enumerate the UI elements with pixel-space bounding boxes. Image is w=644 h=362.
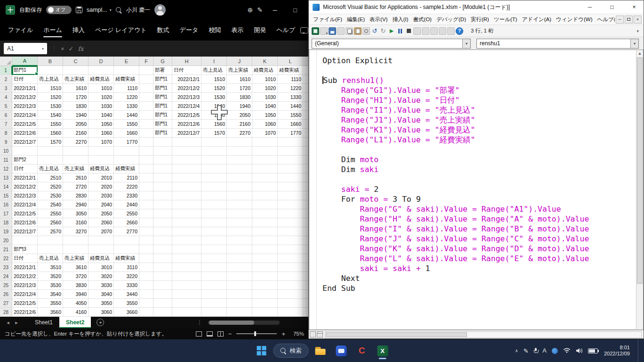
excel-app-icon[interactable]	[6, 5, 15, 15]
cell-L27[interactable]	[278, 299, 303, 308]
cell-F3[interactable]	[139, 84, 153, 93]
cell-J10[interactable]	[227, 147, 252, 156]
row-header-21[interactable]: 21	[0, 245, 12, 254]
scrollbar-thumb[interactable]	[326, 332, 467, 337]
cell-F23[interactable]	[139, 263, 153, 272]
cell-A18[interactable]: 2022/12/6	[12, 218, 38, 227]
cell-K28[interactable]	[252, 308, 278, 317]
save-icon[interactable]	[329, 27, 336, 35]
cell-B4[interactable]: 1520	[38, 93, 63, 102]
cell-F5[interactable]	[139, 102, 153, 111]
cell-G14[interactable]	[153, 182, 172, 191]
cell-K7[interactable]: 1060	[252, 120, 278, 129]
cell-K23[interactable]	[252, 263, 278, 272]
cell-I26[interactable]	[201, 290, 227, 299]
column-header-F[interactable]: F	[139, 57, 153, 66]
cell-L25[interactable]	[278, 281, 303, 290]
cell-D9[interactable]: 1070	[89, 138, 114, 147]
normal-view-icon[interactable]	[196, 331, 202, 337]
cell-B27[interactable]: 3550	[38, 299, 63, 308]
insert-function-icon[interactable]: fx	[78, 45, 84, 52]
cell-A2[interactable]: 日付	[12, 75, 38, 84]
cell-C6[interactable]: 1940	[63, 111, 89, 120]
cell-H10[interactable]	[172, 147, 201, 156]
row-header-8[interactable]: 8	[0, 129, 12, 138]
cell-H13[interactable]	[172, 173, 201, 182]
cell-E3[interactable]: 1110	[114, 84, 139, 93]
cell-E26[interactable]: 3440	[114, 290, 139, 299]
object-browser-icon[interactable]	[439, 27, 446, 35]
cell-D28[interactable]: 3060	[89, 308, 114, 317]
cell-A20[interactable]	[12, 236, 38, 245]
cell-J13[interactable]	[227, 173, 252, 182]
cell-F19[interactable]	[139, 227, 153, 236]
cell-D14[interactable]: 2020	[89, 182, 114, 191]
cell-K15[interactable]	[252, 191, 278, 200]
cell-D22[interactable]: 経費見込	[89, 254, 114, 263]
row-header-20[interactable]: 20	[0, 236, 12, 245]
cell-I20[interactable]	[201, 236, 227, 245]
cell-A6[interactable]: 2022/12/4	[12, 111, 38, 120]
row-header-23[interactable]: 23	[0, 263, 12, 272]
cell-G11[interactable]	[153, 156, 172, 165]
cell-G15[interactable]	[153, 191, 172, 200]
cell-B1[interactable]	[38, 66, 63, 75]
cell-K19[interactable]	[252, 227, 278, 236]
vertical-scrollbar[interactable]: ▲	[636, 49, 644, 330]
taskbar-search[interactable]: 検索	[274, 344, 309, 358]
cell-E13[interactable]: 2110	[114, 173, 139, 182]
cell-L13[interactable]	[278, 173, 303, 182]
prev-sheet-icon[interactable]: ◂	[4, 320, 12, 326]
row-header-1[interactable]: 1	[0, 66, 12, 75]
column-header-C[interactable]: C	[63, 57, 89, 66]
code-editor[interactable]: Option Explicit Sub renshu1() Range("G1"…	[309, 49, 636, 330]
cell-C18[interactable]: 3160	[63, 218, 89, 227]
cell-J17[interactable]	[227, 209, 252, 218]
cell-C16[interactable]: 2940	[63, 200, 89, 209]
column-header-G[interactable]: G	[153, 57, 172, 66]
cell-G18[interactable]	[153, 218, 172, 227]
cell-G21[interactable]	[153, 245, 172, 254]
code-line-13[interactable]	[322, 174, 634, 184]
cell-H26[interactable]	[172, 290, 201, 299]
menu-編集(E)[interactable]: 編集(E)	[345, 16, 367, 23]
chevron-down-icon[interactable]: ▾	[462, 39, 470, 48]
page-layout-view-icon[interactable]	[207, 331, 213, 337]
copy-icon[interactable]	[346, 27, 353, 35]
cell-F8[interactable]	[139, 129, 153, 138]
clock[interactable]: 8:01 2022/12/09	[604, 345, 630, 357]
cell-D23[interactable]: 3010	[89, 263, 114, 272]
cell-H1[interactable]: 日付	[172, 66, 201, 75]
cell-K22[interactable]	[252, 254, 278, 263]
cell-B14[interactable]: 2520	[38, 182, 63, 191]
find-icon[interactable]	[362, 27, 370, 35]
ribbon-tab-表示[interactable]: 表示	[226, 20, 249, 41]
chevron-down-icon[interactable]: ▾	[630, 39, 638, 48]
column-header-E[interactable]: E	[114, 57, 139, 66]
cell-J12[interactable]	[227, 165, 252, 173]
row-header-4[interactable]: 4	[0, 93, 12, 102]
code-line-23[interactable]: Next	[322, 273, 634, 283]
cell-G10[interactable]	[153, 147, 172, 156]
cell-C7[interactable]: 2050	[63, 120, 89, 129]
kebab-icon[interactable]: ⋮	[197, 319, 202, 326]
cell-I14[interactable]	[201, 182, 227, 191]
cell-B10[interactable]	[38, 147, 63, 156]
cell-H17[interactable]	[172, 209, 201, 218]
cell-K12[interactable]	[252, 165, 278, 173]
page-break-view-icon[interactable]	[217, 331, 224, 337]
workbook-title[interactable]: sampl... ▾	[87, 7, 112, 13]
cell-D27[interactable]: 3050	[89, 299, 114, 308]
cell-C2[interactable]: 売上実績	[63, 75, 89, 84]
ribbon-tab-挿入[interactable]: 挿入	[67, 20, 90, 41]
mdi-restore-button[interactable]	[625, 16, 633, 24]
cell-K16[interactable]	[252, 200, 278, 209]
cell-B9[interactable]: 1570	[38, 138, 63, 147]
cell-I10[interactable]	[201, 147, 227, 156]
cell-K11[interactable]	[252, 156, 278, 165]
cell-K13[interactable]	[252, 173, 278, 182]
cell-L2[interactable]: 1110	[278, 75, 303, 84]
cell-K2[interactable]: 1010	[252, 75, 278, 84]
cell-H2[interactable]: 2022/12/1	[172, 75, 201, 84]
code-line-19[interactable]: Range("J" & saki).Value = Range("C" & mo…	[322, 234, 634, 244]
